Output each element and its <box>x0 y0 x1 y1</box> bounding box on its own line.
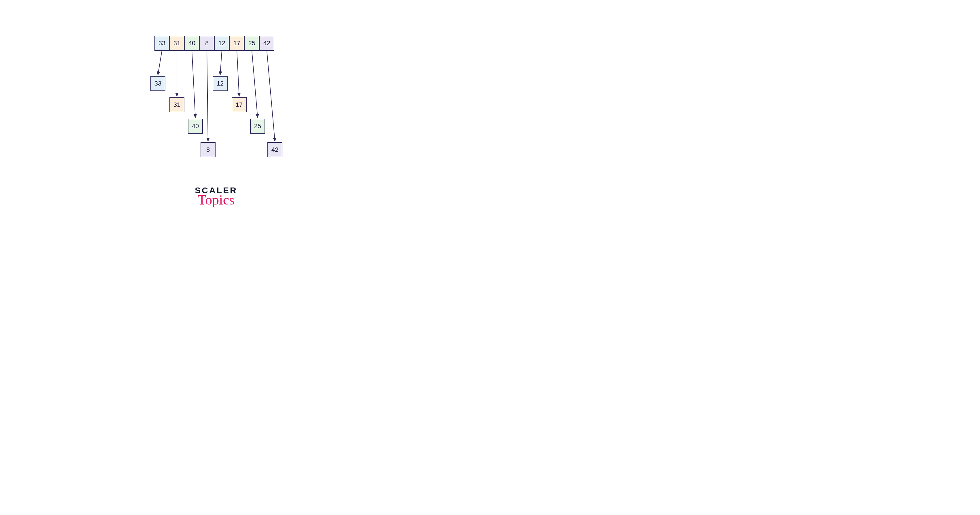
diagram-container: 33 31 40 8 12 17 25 42 33 31 40 8 12 17 … <box>0 0 432 227</box>
array-cell-3: 8 <box>199 36 215 51</box>
array-cell-7: 42 <box>259 36 274 51</box>
array-cell-6: 25 <box>244 36 259 51</box>
split-cell-7: 42 <box>267 142 282 157</box>
svg-line-5 <box>237 51 239 96</box>
svg-line-7 <box>267 51 275 141</box>
svg-line-0 <box>158 51 162 75</box>
split-cell-4: 12 <box>213 76 228 91</box>
scaler-topics-logo: SCALER Topics <box>195 186 237 207</box>
split-cell-3: 8 <box>200 142 216 157</box>
svg-line-4 <box>220 51 222 75</box>
array-cell-0: 33 <box>154 36 169 51</box>
svg-line-3 <box>207 51 208 141</box>
array-cell-2: 40 <box>185 36 199 51</box>
split-cell-2: 40 <box>188 119 203 134</box>
array-cell-1: 31 <box>169 36 185 51</box>
split-cell-0: 33 <box>150 76 165 91</box>
split-cell-5: 17 <box>232 97 247 112</box>
svg-line-6 <box>252 51 258 118</box>
array-cell-5: 17 <box>229 36 244 51</box>
array-cell-4: 12 <box>215 36 229 51</box>
split-cell-6: 25 <box>250 119 265 134</box>
logo-line2: Topics <box>195 193 237 207</box>
split-cell-1: 31 <box>169 97 185 112</box>
svg-line-2 <box>192 51 196 118</box>
